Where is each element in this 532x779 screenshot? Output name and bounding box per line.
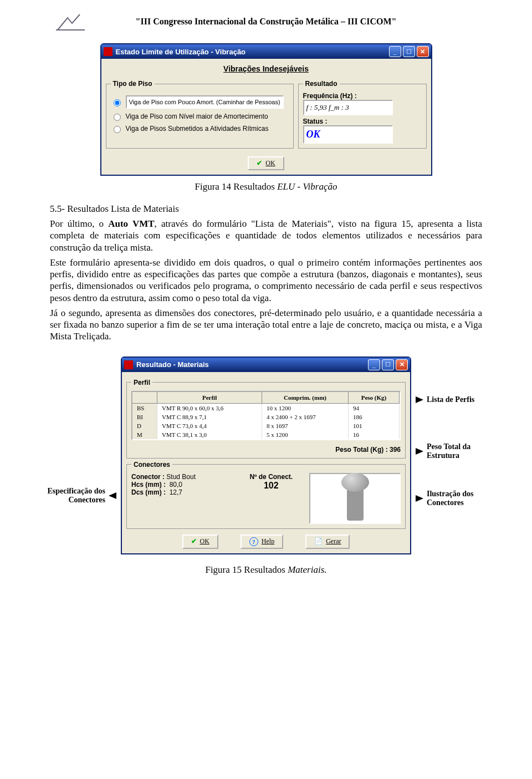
stud-illustration [347, 476, 364, 521]
annotation-lista-perfis: Lista de Perfis [416, 395, 488, 404]
ok-button[interactable]: ✔OK [248, 156, 284, 170]
minimize-button[interactable]: _ [368, 359, 380, 370]
annotation-especificacao: Especificação dos Conectores [44, 487, 116, 505]
group-resultado: Resultado Frequência (Hz) : f : 5,93 f_m… [298, 80, 427, 149]
perfil-table: Perfil Comprim. (mm) Peso (Kg) BSVMT R 9… [132, 392, 400, 439]
window-title: Estado Limite de Utilização - Vibração [116, 48, 387, 56]
app-icon [124, 360, 133, 369]
minimize-button[interactable]: _ [389, 46, 401, 57]
radio-opt3[interactable] [114, 126, 121, 133]
dcs-value: 12,7 [170, 488, 182, 496]
table-row: MVMT C 38,1 x 3,05 x 120016 [132, 430, 400, 439]
gerar-button[interactable]: 📄Gerar [305, 534, 350, 549]
peso-total: Peso Total (Kg) : 396 [131, 446, 401, 454]
maximize-button[interactable]: ☐ [403, 46, 415, 57]
legend-perfil: Perfil [131, 379, 152, 386]
figure-14-caption: Figura 14 Resultados ELU - Vibração [195, 181, 337, 192]
maximize-button[interactable]: ☐ [382, 359, 394, 370]
col-perfil: Perfil [157, 392, 262, 404]
legend-resultado: Resultado [303, 80, 340, 88]
group-tipo-piso: Tipo de Piso Viga de Piso com Pouco Amor… [106, 80, 294, 149]
ok-button[interactable]: ✔OK [182, 534, 218, 549]
radio-opt3-label: Viga de Pisos Submetidos a Atividades Rí… [126, 125, 269, 133]
close-button[interactable]: ✕ [396, 359, 408, 370]
conector-value: Stud Bout [166, 473, 196, 481]
figure-15-caption: Figura 15 Resultados Materiais. [205, 564, 326, 575]
radio-opt1-label: Viga de Piso com Pouco Amort. (Caminhar … [126, 95, 284, 109]
nconect-value: 102 [237, 481, 305, 491]
logo-icon [55, 11, 86, 37]
radio-opt2[interactable] [114, 114, 121, 121]
window-materiais: Resultado - Materiais _ ☐ ✕ Perfil Perfi… [121, 357, 411, 554]
paragraph-3: Já o segundo, apresenta as dimensões dos… [50, 307, 482, 343]
check-icon: ✔ [191, 537, 197, 546]
help-icon: ? [249, 537, 258, 546]
paragraph-2: Este formulário apresenta-se dividido em… [50, 257, 482, 304]
status-label: Status : [303, 118, 422, 125]
col-comprim: Comprim. (mm) [262, 392, 349, 404]
dialog-heading: Vibrações Indesejáveis [106, 64, 427, 73]
table-row: BIVMT C 88,9 x 7,14 x 2400 + 2 x 1697186 [132, 413, 400, 421]
help-button[interactable]: ?Help [241, 534, 283, 549]
app-icon [104, 47, 112, 56]
radio-opt1[interactable] [114, 99, 121, 106]
close-button[interactable]: ✕ [417, 46, 429, 57]
freq-label: Frequência (Hz) : [303, 92, 422, 100]
section-heading: 5.5- Resultados Lista de Materiais [50, 203, 482, 215]
table-row: DVMT C 73,0 x 4,48 x 1697101 [132, 421, 400, 430]
legend-tipo: Tipo de Piso [111, 80, 155, 88]
group-conectores: Conectores Conector : Stud Bout Hcs (mm)… [126, 461, 406, 529]
window-vibracao: Estado Limite de Utilização - Vibração _… [100, 43, 432, 176]
freq-value: f : 5,93 f_m : 3 [303, 100, 393, 115]
check-icon: ✔ [257, 159, 262, 167]
legend-conectores: Conectores [131, 461, 172, 469]
col-peso: Peso (Kg) [348, 392, 399, 404]
paragraph-1: Por último, o Auto VMT, através do formu… [50, 218, 482, 253]
document-icon: 📄 [314, 537, 323, 546]
window-title: Resultado - Materiais [136, 360, 366, 369]
page-header: "III Congresso Internacional da Construç… [50, 17, 482, 27]
annotation-peso-total: Peso Total da Estrutura [416, 442, 488, 460]
status-value: OK [306, 129, 320, 140]
hcs-value: 80,0 [170, 481, 182, 488]
radio-opt2-label: Viga de Piso com Nível maior de Amorteci… [126, 113, 268, 120]
annotation-ilustracao: Ilustração dos Conectores [416, 490, 488, 507]
table-row: BSVMT R 90,0 x 60,0 x 3,610 x 120094 [132, 403, 400, 413]
group-perfil: Perfil Perfil Comprim. (mm) Peso (Kg) BS… [126, 379, 406, 459]
nconect-label: Nº de Conect. [249, 473, 293, 481]
